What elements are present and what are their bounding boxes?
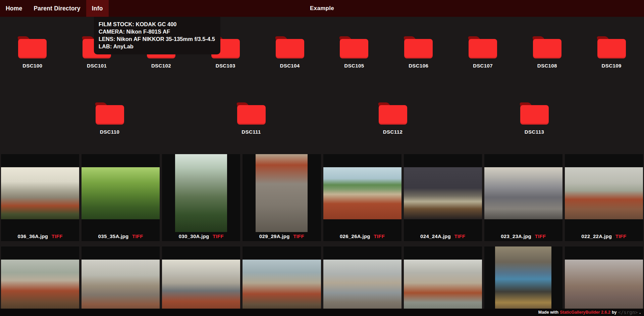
- photo-thumbnail: [565, 260, 643, 312]
- photo-filename: 030_30A.jpg: [179, 233, 209, 239]
- gallery-item[interactable]: 023_23A.jpg TIFF: [484, 154, 562, 241]
- gallery-item[interactable]: 026_26A.jpg TIFF: [323, 154, 401, 241]
- folder-label: DSC103: [216, 63, 235, 69]
- footer-period: .: [640, 310, 641, 315]
- photo-format-tag: TIFF: [132, 233, 143, 239]
- srgn-logo[interactable]: </srgn>: [618, 310, 638, 315]
- gallery-item[interactable]: [1, 246, 79, 316]
- footer-made-with-text: Made with: [538, 310, 558, 315]
- folder-icon: [520, 102, 549, 125]
- folder-label: DSC102: [151, 63, 171, 69]
- photo-frame: [243, 154, 321, 232]
- folder-item[interactable]: DSC108: [515, 36, 579, 69]
- folder-icon-body: [237, 105, 266, 125]
- folder-icon: [379, 102, 407, 125]
- folder-icon: [404, 36, 433, 58]
- footer: Made with StaticGalleryBuilder 2.6.2 by …: [0, 309, 644, 316]
- nav-item-parent-directory[interactable]: Parent Directory: [28, 0, 86, 17]
- photo-format-tag: TIFF: [374, 233, 385, 239]
- photo-frame: [1, 246, 79, 316]
- photo-filename: 024_24A.jpg: [420, 233, 451, 239]
- photo-caption: 024_24A.jpg TIFF: [404, 232, 482, 241]
- folder-item[interactable]: DSC105: [322, 36, 386, 69]
- photo-thumbnail: [323, 260, 401, 312]
- photo-thumbnail: [1, 260, 79, 312]
- photo-frame: [162, 246, 240, 316]
- photo-thumbnail: [162, 260, 240, 312]
- photo-thumbnail: [323, 167, 401, 219]
- folder-icon-body: [469, 39, 497, 58]
- folder-icon: [597, 36, 626, 58]
- builder-version-link[interactable]: StaticGalleryBuilder 2.6.2: [560, 310, 610, 315]
- gallery-item[interactable]: 030_30A.jpg TIFF: [162, 154, 240, 241]
- folder-icon-body: [276, 39, 304, 58]
- folder-icon: [276, 36, 304, 58]
- photo-frame: [404, 154, 482, 232]
- photo-caption: 035_35A.jpg TIFF: [82, 232, 160, 241]
- folder-label: DSC113: [525, 129, 544, 135]
- gallery-item[interactable]: [243, 246, 321, 316]
- folder-icon-body: [597, 39, 626, 58]
- photo-frame: [404, 246, 482, 316]
- photo-frame: [82, 154, 160, 232]
- folder-icon-body: [520, 105, 549, 125]
- photo-filename: 026_26A.jpg: [340, 233, 370, 239]
- folder-icon-body: [18, 39, 47, 58]
- gallery-item[interactable]: [565, 246, 643, 316]
- gallery-page: DSC100 DSC101 DSC102 DSC103 DSC104: [0, 17, 644, 316]
- nav-item-info[interactable]: Info: [86, 0, 109, 17]
- gallery-item[interactable]: [404, 246, 482, 316]
- gallery-item[interactable]: [323, 246, 401, 316]
- folder-icon: [469, 36, 497, 58]
- photo-filename: 022_22A.jpg: [581, 233, 612, 239]
- folder-item[interactable]: DSC113: [502, 102, 566, 135]
- gallery-item[interactable]: 036_36A.jpg TIFF: [1, 154, 79, 241]
- gallery-item[interactable]: 029_29A.jpg TIFF: [243, 154, 321, 241]
- photo-caption: 023_23A.jpg TIFF: [484, 232, 562, 241]
- folder-icon: [18, 36, 47, 58]
- photo-frame: [565, 154, 643, 232]
- nav-item-home[interactable]: Home: [0, 0, 28, 17]
- photo-thumbnail: [82, 260, 160, 312]
- tooltip-line-lab: LAB: AnyLab: [99, 43, 215, 50]
- photo-filename: 036_36A.jpg: [17, 233, 48, 239]
- folder-icon-body: [96, 105, 124, 125]
- gallery-item[interactable]: 024_24A.jpg TIFF: [404, 154, 482, 241]
- photo-frame: [162, 154, 240, 232]
- photo-format-tag: TIFF: [293, 233, 304, 239]
- folder-item[interactable]: DSC106: [387, 36, 450, 69]
- tooltip-line-lens: LENS: Nikon AF NIKKOR 35-135mm f/3.5-4.5: [99, 35, 215, 43]
- photo-frame: [484, 154, 562, 232]
- tooltip-line-camera: CAMERA: Nikon F-801S AF: [99, 28, 215, 35]
- photo-caption: 030_30A.jpg TIFF: [162, 232, 240, 241]
- folder-item[interactable]: DSC107: [451, 36, 515, 69]
- folder-label: DSC105: [344, 63, 364, 69]
- folder-label: DSC106: [409, 63, 428, 69]
- folder-label: DSC108: [537, 63, 557, 69]
- photo-frame: [243, 246, 321, 316]
- folder-icon-body: [533, 39, 561, 58]
- folder-item[interactable]: DSC109: [580, 36, 643, 69]
- gallery-item[interactable]: [484, 246, 562, 316]
- gallery-item[interactable]: 022_22A.jpg TIFF: [565, 154, 643, 241]
- gallery-item[interactable]: 035_35A.jpg TIFF: [82, 154, 160, 241]
- folder-item[interactable]: DSC111: [219, 102, 283, 135]
- folder-icon: [340, 36, 368, 58]
- photo-format-tag: TIFF: [454, 233, 465, 239]
- folder-item[interactable]: DSC110: [78, 102, 142, 135]
- photo-thumbnail: [565, 167, 643, 219]
- gallery-item[interactable]: [162, 246, 240, 316]
- photo-thumbnail: [495, 246, 551, 316]
- photo-thumbnail: [404, 260, 482, 312]
- folder-item[interactable]: DSC104: [258, 36, 322, 69]
- photo-format-tag: TIFF: [52, 233, 63, 239]
- navbar: Home Parent Directory Info Example: [0, 0, 644, 17]
- folder-item[interactable]: DSC112: [361, 102, 425, 135]
- photo-thumbnail: [256, 154, 308, 232]
- folder-icon: [96, 102, 124, 125]
- gallery-item[interactable]: [82, 246, 160, 316]
- photo-filename: 035_35A.jpg: [98, 233, 129, 239]
- folder-icon: [533, 36, 561, 58]
- photo-frame: [565, 246, 643, 316]
- folder-item[interactable]: DSC100: [1, 36, 64, 69]
